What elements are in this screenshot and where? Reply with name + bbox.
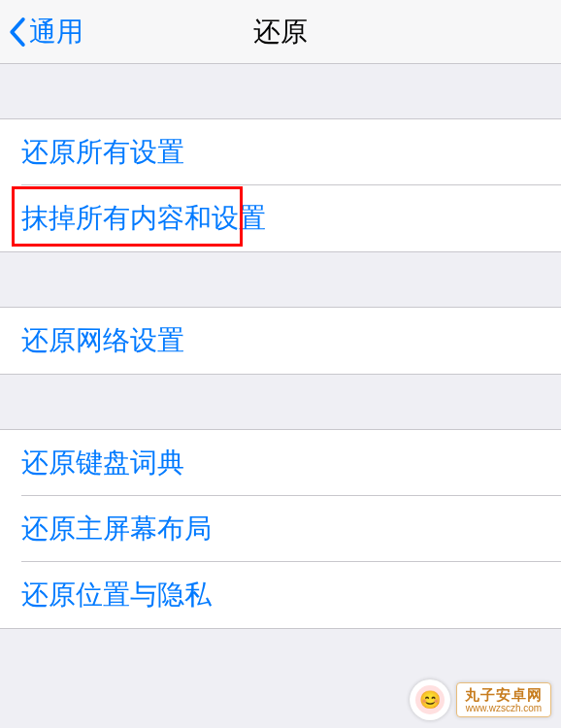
list-item-label: 抹掉所有内容和设置 xyxy=(21,200,266,237)
reset-keyboard-dictionary[interactable]: 还原键盘词典 xyxy=(0,430,561,496)
header-bar: 通用 还原 xyxy=(0,0,561,64)
watermark-logo-icon: 😊 xyxy=(410,679,450,720)
list-item-label: 还原键盘词典 xyxy=(21,445,184,481)
watermark-emoji: 😊 xyxy=(415,685,445,714)
list-item-label: 还原所有设置 xyxy=(21,134,184,171)
chevron-left-icon xyxy=(8,17,27,48)
list-item-label: 还原网络设置 xyxy=(21,322,184,359)
list-item-label: 还原主屏幕布局 xyxy=(21,511,212,547)
section-gap xyxy=(0,375,561,429)
list-item-label: 还原位置与隐私 xyxy=(21,577,212,613)
list-group-2: 还原网络设置 xyxy=(0,307,561,375)
list-group-1: 还原所有设置 抹掉所有内容和设置 xyxy=(0,118,561,252)
back-button[interactable]: 通用 xyxy=(0,14,83,50)
watermark-url: www.wzsczh.com xyxy=(466,703,542,714)
reset-home-screen-layout[interactable]: 还原主屏幕布局 xyxy=(0,496,561,562)
section-gap xyxy=(0,64,561,118)
list-group-3: 还原键盘词典 还原主屏幕布局 还原位置与隐私 xyxy=(0,429,561,629)
reset-all-settings[interactable]: 还原所有设置 xyxy=(0,119,561,185)
watermark: 😊 丸子安卓网 www.wzsczh.com xyxy=(410,679,551,720)
back-label: 通用 xyxy=(29,14,83,50)
watermark-text: 丸子安卓网 www.wzsczh.com xyxy=(456,682,551,718)
erase-all-content[interactable]: 抹掉所有内容和设置 xyxy=(0,185,561,251)
page-title: 还原 xyxy=(253,14,308,50)
reset-network-settings[interactable]: 还原网络设置 xyxy=(0,308,561,374)
section-gap xyxy=(0,252,561,307)
watermark-name: 丸子安卓网 xyxy=(465,686,543,703)
reset-location-privacy[interactable]: 还原位置与隐私 xyxy=(0,562,561,628)
